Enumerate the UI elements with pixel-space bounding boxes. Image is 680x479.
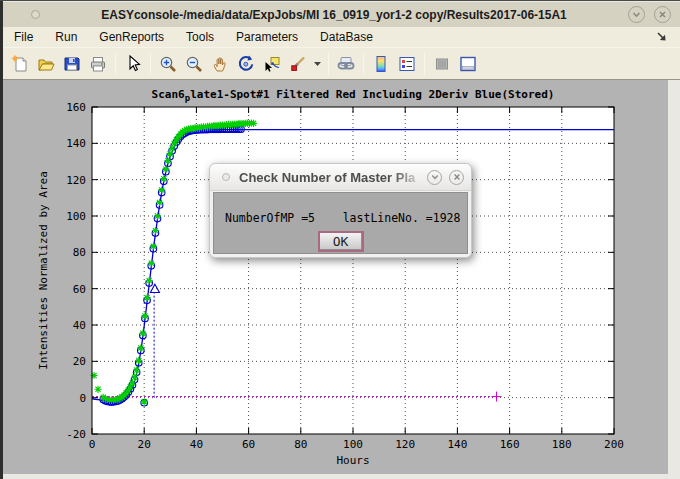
pan-hand-icon [210, 54, 230, 74]
x-axis-label: Hours [336, 454, 369, 467]
toolbar-separator [115, 53, 116, 75]
chart-title: Scan6plate1-Spot#1 Filtered Red Includin… [152, 88, 555, 103]
brush-icon [288, 54, 308, 74]
show-plot-tools-icon [458, 54, 478, 74]
brush-dropdown-icon [313, 59, 322, 68]
dialog-minimize-button[interactable] [427, 170, 442, 185]
svg-text:140: 140 [66, 137, 86, 150]
zoom-in-icon [158, 54, 178, 74]
svg-text:160: 160 [66, 101, 86, 114]
svg-text:120: 120 [395, 438, 415, 451]
rotate-3d-button[interactable] [233, 51, 259, 77]
dialog-menu-icon[interactable] [222, 173, 230, 181]
menu-database[interactable]: DataBase [309, 28, 384, 46]
application-window: EASYconsole-/media/data/ExpJobs/MI 16_09… [0, 0, 680, 479]
svg-text:0: 0 [89, 438, 96, 451]
insert-colorbar-icon [371, 54, 391, 74]
brush-dropdown-button[interactable] [311, 51, 324, 77]
insert-legend-icon [397, 54, 417, 74]
menu-genreports[interactable]: GenReports [88, 28, 175, 46]
hide-plot-tools-button[interactable] [429, 51, 455, 77]
zoom-out-button[interactable] [181, 51, 207, 77]
close-icon [452, 172, 462, 182]
toolbar-separator [363, 53, 364, 75]
menubar: File Run GenReports Tools Parameters Dat… [3, 27, 680, 47]
toolbar-separator [328, 53, 329, 75]
plot-canvas[interactable]: 020406080100120140160180200-200204060801… [3, 80, 668, 474]
close-icon [657, 9, 668, 20]
dialog-titlebar[interactable]: Check Number of Master Pla [210, 164, 471, 191]
insert-colorbar-button[interactable] [368, 51, 394, 77]
svg-text:160: 160 [500, 438, 520, 451]
y-axis-label: Intensities Normalized by Area [37, 171, 50, 370]
undock-arrow-icon[interactable] [655, 30, 668, 46]
dialog-close-button[interactable] [449, 170, 464, 185]
chevron-down-icon [430, 172, 440, 182]
svg-text:60: 60 [73, 283, 86, 296]
open-file-icon [36, 54, 56, 74]
ok-button[interactable]: OK [318, 231, 364, 252]
svg-text:100: 100 [66, 210, 86, 223]
svg-text:200: 200 [604, 438, 624, 451]
open-file-button[interactable] [33, 51, 59, 77]
brush-button[interactable] [285, 51, 311, 77]
svg-text:180: 180 [552, 438, 572, 451]
data-cursor-button[interactable] [259, 51, 285, 77]
svg-text:0: 0 [79, 392, 86, 405]
chevron-down-icon [631, 9, 642, 20]
figure-area: 020406080100120140160180200-200204060801… [3, 80, 668, 474]
new-file-icon [10, 54, 30, 74]
check-master-plates-dialog: Check Number of Master Pla NumberOfMP =5… [209, 163, 472, 258]
toolbar-separator [424, 53, 425, 75]
save-icon [62, 54, 82, 74]
menu-tools[interactable]: Tools [175, 28, 225, 46]
svg-text:40: 40 [190, 438, 203, 451]
menu-file[interactable]: File [3, 28, 44, 46]
svg-text:140: 140 [447, 438, 467, 451]
svg-text:80: 80 [294, 438, 307, 451]
minimize-button[interactable] [628, 6, 645, 23]
edit-plot-button[interactable] [120, 51, 146, 77]
toolbar-separator [150, 53, 151, 75]
zoom-in-button[interactable] [155, 51, 181, 77]
insert-legend-button[interactable] [394, 51, 420, 77]
rotate-3d-icon [236, 54, 256, 74]
edit-arrow-icon [123, 54, 143, 74]
pan-button[interactable] [207, 51, 233, 77]
hide-plot-tools-icon [432, 54, 452, 74]
svg-text:-20: -20 [66, 428, 86, 441]
menu-parameters[interactable]: Parameters [225, 28, 309, 46]
save-button[interactable] [59, 51, 85, 77]
print-button[interactable] [85, 51, 111, 77]
new-file-button[interactable] [7, 51, 33, 77]
link-plots-icon [336, 54, 356, 74]
window-title: EASYconsole-/media/data/ExpJobs/MI 16_09… [40, 8, 628, 22]
show-plot-tools-button[interactable] [455, 51, 481, 77]
close-button[interactable] [654, 6, 671, 23]
link-plot-button[interactable] [333, 51, 359, 77]
print-icon [88, 54, 108, 74]
dialog-message: NumberOfMP =5 lastLineNo. =1928 [225, 211, 460, 225]
dialog-title: Check Number of Master Pla [239, 170, 427, 185]
svg-text:20: 20 [138, 438, 151, 451]
window-titlebar[interactable]: EASYconsole-/media/data/ExpJobs/MI 16_09… [3, 2, 680, 27]
data-cursor-icon [262, 54, 282, 74]
zoom-out-icon [184, 54, 204, 74]
menu-run[interactable]: Run [44, 28, 88, 46]
svg-text:100: 100 [343, 438, 363, 451]
svg-text:60: 60 [242, 438, 255, 451]
figure-toolbar [3, 47, 680, 80]
svg-text:40: 40 [73, 319, 86, 332]
window-menu-icon[interactable] [31, 10, 40, 19]
svg-text:20: 20 [73, 355, 86, 368]
svg-text:120: 120 [66, 174, 86, 187]
dialog-body: NumberOfMP =5 lastLineNo. =1928 OK [213, 192, 468, 254]
svg-text:80: 80 [73, 246, 86, 259]
